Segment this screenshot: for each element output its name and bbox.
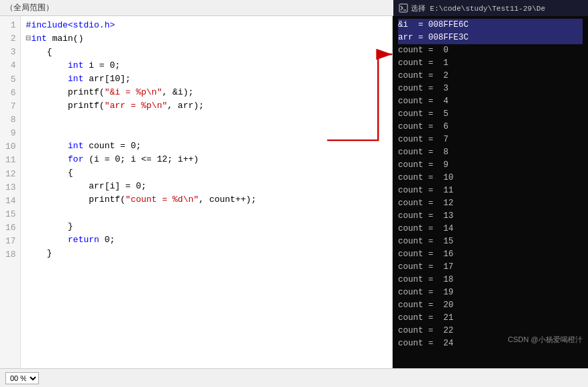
console-area: &i = 008FFE6C arr = 008FFE3C count = 0 c…	[393, 16, 588, 368]
right-top-bar-title: 选择 E:\code\study\Test11-29\De	[411, 3, 545, 13]
console-count-14: count = 14	[398, 223, 583, 235]
console-count-21: count = 21	[398, 312, 583, 325]
top-bar-label: （全局范围）	[5, 2, 54, 13]
code-line-8	[26, 113, 387, 126]
console-count-1: count = 1	[398, 57, 583, 70]
top-bar: （全局范围） 选择 E:\code\study\Test11-29\De	[0, 0, 588, 16]
code-line-1: #include<stdio.h>	[26, 19, 387, 32]
console-count-15: count = 15	[398, 235, 583, 248]
code-line-9	[26, 126, 387, 140]
code-content[interactable]: #include<stdio.h> ⊟int main() { int i = …	[21, 16, 392, 368]
console-count-16: count = 16	[398, 248, 583, 261]
console-highlighted-2: arr = 008FFE3C	[398, 32, 583, 44]
console-highlighted-1: &i = 008FFE6C	[398, 19, 583, 32]
code-line-11: for (i = 0; i <= 12; i++)	[26, 153, 387, 166]
code-line-2: ⊟int main()	[26, 32, 387, 46]
right-top-bar: 选择 E:\code\study\Test11-29\De	[393, 0, 588, 16]
watermark: CSDN @小杨爱喝橙汁	[508, 335, 583, 345]
console-count-7: count = 7	[398, 133, 583, 146]
zoom-select[interactable]: 00 % 50 % 75 % 100 % 125 % 150 %	[5, 372, 39, 384]
console-count-5: count = 5	[398, 108, 583, 121]
svg-rect-0	[399, 4, 407, 12]
code-line-5: int arr[10];	[26, 72, 387, 86]
code-line-6: printf("&i = %p\n", &i);	[26, 86, 387, 99]
main-container: 1 2 3 4 5 6 7 8 9 10 11 12 13 14 15 16 1…	[0, 16, 588, 368]
console-count-19: count = 19	[398, 286, 583, 299]
console-count-3: count = 3	[398, 82, 583, 95]
code-line-3: {	[26, 46, 387, 59]
code-line-4: int i = 0;	[26, 59, 387, 72]
console-count-10: count = 10	[398, 172, 583, 184]
code-line-7: printf("arr = %p\n", arr);	[26, 99, 387, 113]
console-count-0: count = 0	[398, 44, 583, 57]
code-line-15	[26, 207, 387, 220]
code-line-10: int count = 0;	[26, 140, 387, 153]
bottom-bar: 00 % 50 % 75 % 100 % 125 % 150 %	[0, 368, 588, 387]
console-count-12: count = 12	[398, 197, 583, 210]
console-count-13: count = 13	[398, 210, 583, 223]
code-line-16: }	[26, 220, 387, 233]
console-count-4: count = 4	[398, 95, 583, 108]
code-editor: 1 2 3 4 5 6 7 8 9 10 11 12 13 14 15 16 1…	[0, 16, 393, 368]
code-line-12: {	[26, 166, 387, 180]
code-line-14: printf("count = %d\n", count++);	[26, 193, 387, 207]
code-line-17: return 0;	[26, 233, 387, 247]
code-line-13: arr[i] = 0;	[26, 180, 387, 193]
console-count-9: count = 9	[398, 159, 583, 172]
console-count-2: count = 2	[398, 70, 583, 82]
right-top-bar-icon	[399, 3, 408, 13]
console-count-18: count = 18	[398, 274, 583, 286]
code-line-18: }	[26, 247, 387, 260]
console-count-6: count = 6	[398, 121, 583, 133]
console-count-20: count = 20	[398, 299, 583, 312]
console-count-11: count = 11	[398, 184, 583, 197]
code-lines: 1 2 3 4 5 6 7 8 9 10 11 12 13 14 15 16 1…	[0, 16, 392, 368]
line-numbers: 1 2 3 4 5 6 7 8 9 10 11 12 13 14 15 16 1…	[0, 16, 21, 368]
console-count-8: count = 8	[398, 146, 583, 159]
console-count-17: count = 17	[398, 261, 583, 274]
